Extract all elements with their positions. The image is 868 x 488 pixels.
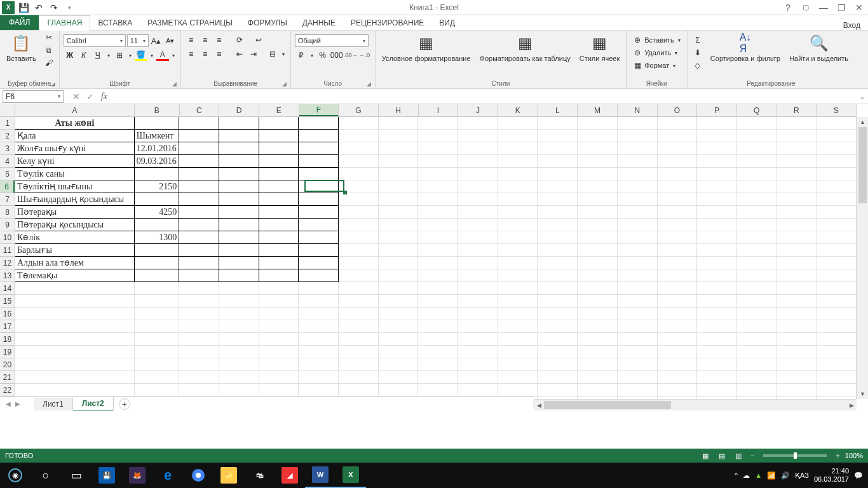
cell-Q9[interactable] (737, 219, 777, 231)
cell-J7[interactable] (458, 193, 498, 206)
cell-P5[interactable] (697, 168, 737, 180)
zoom-out-button[interactable]: − (748, 452, 757, 459)
cell-M14[interactable] (578, 282, 618, 295)
row-header-12[interactable]: 12 (0, 257, 15, 269)
cell-S10[interactable] (817, 231, 857, 244)
cut-button[interactable]: ✂ (43, 32, 55, 43)
cell-Q15[interactable] (737, 295, 777, 308)
cell-O1[interactable] (658, 117, 698, 130)
column-header-H[interactable]: H (379, 104, 419, 116)
qat-customize-button[interactable]: ▾ (62, 1, 76, 15)
cell-H2[interactable] (379, 130, 419, 142)
cell-C3[interactable] (179, 142, 219, 155)
conditional-formatting-button[interactable]: ▦ Условное форматирование (379, 32, 473, 64)
cell-F20[interactable] (299, 358, 339, 371)
cell-B4[interactable]: 09.03.2016 (135, 155, 180, 168)
cell-N5[interactable] (618, 168, 658, 180)
cell-R19[interactable] (777, 346, 817, 358)
cell-A19[interactable] (15, 346, 135, 358)
cell-J10[interactable] (458, 231, 498, 244)
cell-A10[interactable]: Көлік (15, 231, 135, 244)
cell-J20[interactable] (458, 358, 498, 371)
cell-K11[interactable] (498, 244, 538, 257)
increase-decimal-button[interactable]: .00→ (344, 50, 357, 61)
cell-M8[interactable] (578, 206, 618, 219)
cell-N18[interactable] (618, 333, 658, 346)
cell-D14[interactable] (219, 282, 259, 295)
column-header-C[interactable]: C (180, 104, 220, 116)
cell-K6[interactable] (498, 180, 538, 193)
cell-M11[interactable] (578, 244, 618, 257)
cell-E21[interactable] (259, 371, 299, 384)
accounting-format-button[interactable]: ₽ (295, 50, 308, 61)
cell-A9[interactable]: Пәтерақы қосындысы (15, 219, 135, 231)
cell-R7[interactable] (777, 193, 817, 206)
cell-Q4[interactable] (737, 155, 777, 168)
taskbar-chrome[interactable] (183, 463, 214, 488)
column-header-N[interactable]: N (618, 104, 658, 116)
cell-E12[interactable] (259, 257, 299, 269)
row-header-18[interactable]: 18 (0, 333, 15, 346)
cell-E2[interactable] (259, 130, 299, 142)
cell-F16[interactable] (299, 308, 339, 320)
sheet-tab-1[interactable]: Лист1 (34, 398, 73, 410)
cell-B18[interactable] (135, 333, 180, 346)
cell-R11[interactable] (777, 244, 817, 257)
cell-G22[interactable] (339, 384, 379, 396)
cell-E19[interactable] (259, 346, 299, 358)
cell-E4[interactable] (259, 155, 299, 168)
cell-M17[interactable] (578, 320, 618, 333)
cell-B3[interactable]: 12.01.2016 (135, 142, 180, 155)
cell-Q5[interactable] (737, 168, 777, 180)
cell-K12[interactable] (498, 257, 538, 269)
cell-I15[interactable] (418, 295, 458, 308)
tab-formulas[interactable]: ФОРМУЛЫ (240, 16, 295, 30)
row-header-21[interactable]: 21 (0, 371, 15, 384)
cell-L17[interactable] (538, 320, 578, 333)
cell-E13[interactable] (259, 269, 299, 282)
cell-B17[interactable] (135, 320, 180, 333)
view-page-layout-button[interactable]: ▤ (715, 450, 729, 461)
cell-M5[interactable] (578, 168, 618, 180)
cell-B22[interactable] (135, 384, 180, 396)
cell-M19[interactable] (578, 346, 618, 358)
cell-R3[interactable] (777, 142, 817, 155)
scroll-down-arrow[interactable]: ▼ (857, 389, 868, 399)
cell-G4[interactable] (339, 155, 379, 168)
horizontal-scrollbar[interactable]: ◀ ▶ (534, 399, 857, 410)
cell-I12[interactable] (418, 257, 458, 269)
cell-Q18[interactable] (737, 333, 777, 346)
cell-P7[interactable] (697, 193, 737, 206)
qat-redo-button[interactable]: ↷ (47, 1, 61, 15)
cell-J11[interactable] (458, 244, 498, 257)
cell-S12[interactable] (817, 257, 857, 269)
sheet-nav-prev[interactable]: ◀ (4, 398, 13, 410)
tab-home[interactable]: ГЛАВНАЯ (39, 15, 90, 30)
cell-L21[interactable] (538, 371, 578, 384)
cell-P8[interactable] (697, 206, 737, 219)
cell-I13[interactable] (418, 269, 458, 282)
cell-I16[interactable] (418, 308, 458, 320)
cell-C9[interactable] (179, 219, 219, 231)
bold-button[interactable]: Ж (64, 50, 76, 61)
cell-M2[interactable] (578, 130, 618, 142)
cell-I7[interactable] (418, 193, 458, 206)
cell-F1[interactable] (299, 117, 339, 130)
cell-J8[interactable] (458, 206, 498, 219)
cell-F6[interactable] (299, 180, 339, 193)
cell-J19[interactable] (458, 346, 498, 358)
cell-D19[interactable] (219, 346, 259, 358)
cell-F3[interactable] (299, 142, 339, 155)
cell-E17[interactable] (259, 320, 299, 333)
cell-D22[interactable] (219, 384, 259, 396)
cell-G14[interactable] (339, 282, 379, 295)
cell-D9[interactable] (219, 219, 259, 231)
cell-N1[interactable] (618, 117, 658, 130)
enter-formula-button[interactable]: ✓ (84, 90, 97, 103)
cell-D5[interactable] (219, 168, 259, 180)
cells-area[interactable]: Аты жөніҚалаШымкентЖолға шығу күні12.01.… (15, 117, 857, 399)
minimize-button[interactable]: — (815, 1, 832, 15)
new-sheet-button[interactable]: + (119, 398, 130, 410)
column-header-R[interactable]: R (777, 104, 817, 116)
cell-M15[interactable] (578, 295, 618, 308)
